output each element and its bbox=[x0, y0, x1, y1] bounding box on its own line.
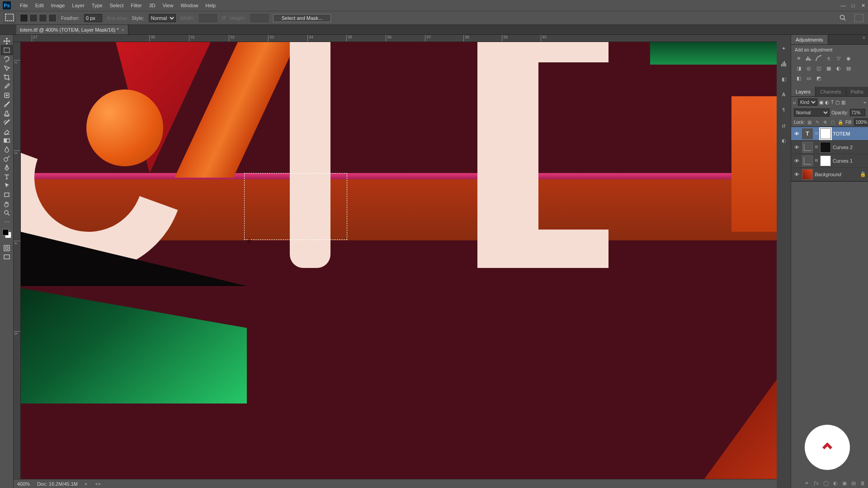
adj-selective-color-icon[interactable]: ◩ bbox=[815, 74, 823, 82]
mode-intersect-selection[interactable] bbox=[48, 14, 57, 22]
visibility-toggle[interactable]: 👁 bbox=[793, 158, 800, 164]
tab-layers[interactable]: Layers bbox=[791, 87, 816, 96]
adj-exposure-icon[interactable]: ± bbox=[825, 54, 833, 62]
document-tab[interactable]: totem.tif @ 400% (TOTEM, Layer Mask/16) … bbox=[16, 25, 128, 34]
visibility-toggle[interactable]: 👁 bbox=[793, 172, 800, 177]
blur-tool[interactable] bbox=[1, 145, 12, 154]
foreground-background-swatch[interactable] bbox=[2, 229, 11, 238]
new-adjustment-icon[interactable]: ◐ bbox=[833, 480, 838, 486]
image-thumb[interactable] bbox=[802, 169, 813, 180]
lasso-tool[interactable] bbox=[1, 55, 12, 64]
filter-kind-select[interactable]: Kind bbox=[798, 99, 817, 106]
gradient-tool[interactable] bbox=[1, 136, 12, 145]
select-and-mask-button[interactable]: Select and Mask... bbox=[273, 14, 331, 22]
adj-channel-mixer-icon[interactable]: ◫ bbox=[815, 64, 823, 72]
adj-brightness-icon[interactable]: ☀ bbox=[795, 54, 803, 62]
curves-thumb[interactable] bbox=[802, 155, 813, 166]
layer-name[interactable]: Background bbox=[815, 172, 841, 177]
crop-tool[interactable] bbox=[1, 73, 12, 82]
lock-position-icon[interactable]: ✥ bbox=[822, 119, 828, 125]
tool-indicator-marquee[interactable] bbox=[4, 13, 15, 23]
menu-filter[interactable]: Filter bbox=[127, 0, 145, 11]
mode-add-selection[interactable] bbox=[29, 14, 38, 22]
search-icon[interactable] bbox=[839, 14, 846, 22]
visibility-toggle[interactable]: 👁 bbox=[793, 145, 800, 150]
minimize-button[interactable]: — bbox=[838, 0, 848, 10]
shape-tool[interactable] bbox=[1, 190, 12, 199]
stamp-tool[interactable] bbox=[1, 109, 12, 118]
filter-toggle[interactable]: ⌁ bbox=[863, 100, 866, 105]
layer-row-totem[interactable]: 👁 T ⛓ TOTEM bbox=[791, 127, 868, 141]
layer-row-background[interactable]: 👁 Background 🔒 bbox=[791, 168, 868, 181]
libraries-panel-icon[interactable]: ◐ bbox=[779, 136, 788, 145]
menu-type[interactable]: Type bbox=[88, 0, 106, 11]
adj-vibrance-icon[interactable]: ▽ bbox=[835, 54, 843, 62]
menu-image[interactable]: Image bbox=[47, 0, 69, 11]
filter-shape-icon[interactable]: ▢ bbox=[835, 100, 840, 105]
menu-edit[interactable]: Edit bbox=[32, 0, 47, 11]
brush-tool[interactable] bbox=[1, 100, 12, 109]
style-select[interactable]: Normal bbox=[149, 14, 176, 22]
layer-name[interactable]: Curves 1 bbox=[833, 158, 853, 164]
screen-mode-icon[interactable] bbox=[854, 14, 863, 22]
menu-file[interactable]: File bbox=[16, 0, 32, 11]
layer-mask-thumb[interactable] bbox=[820, 142, 831, 153]
foreground-color-swatch[interactable] bbox=[2, 229, 9, 235]
layer-name[interactable]: TOTEM bbox=[833, 131, 850, 136]
lock-all-icon[interactable]: 🔒 bbox=[837, 119, 844, 125]
feather-input[interactable] bbox=[84, 14, 102, 22]
mode-subtract-selection[interactable] bbox=[39, 14, 47, 22]
adj-curves-icon[interactable] bbox=[815, 54, 823, 62]
quickmask-icon[interactable] bbox=[1, 244, 12, 253]
adj-color-lookup-icon[interactable]: ▦ bbox=[825, 64, 833, 72]
curves-thumb[interactable] bbox=[802, 142, 813, 153]
menu-select[interactable]: Select bbox=[106, 0, 127, 11]
ruler-vertical[interactable]: 2 3 4 5 bbox=[14, 42, 21, 479]
eraser-tool[interactable] bbox=[1, 127, 12, 136]
move-tool[interactable] bbox=[1, 37, 12, 46]
adj-bw-icon[interactable]: ◨ bbox=[795, 64, 803, 72]
dodge-tool[interactable] bbox=[1, 154, 12, 163]
new-group-icon[interactable]: ▣ bbox=[842, 480, 847, 486]
link-icon[interactable]: ⛓ bbox=[815, 131, 818, 136]
history-panel-icon[interactable]: ✦ bbox=[779, 44, 788, 53]
paragraph-panel-icon[interactable]: ¶ bbox=[779, 105, 788, 114]
fill-input[interactable] bbox=[854, 118, 868, 126]
menu-3d[interactable]: 3D bbox=[146, 0, 159, 11]
visibility-toggle[interactable]: 👁 bbox=[793, 131, 800, 136]
pen-tool[interactable] bbox=[1, 163, 12, 172]
zoom-tool[interactable] bbox=[1, 208, 12, 217]
adj-invert-icon[interactable]: ◐ bbox=[835, 64, 843, 72]
link-icon[interactable]: ⛓ bbox=[815, 145, 818, 149]
screen-mode-tool-icon[interactable] bbox=[1, 253, 12, 262]
character-panel-icon[interactable]: A bbox=[779, 90, 788, 99]
tab-channels[interactable]: Channels bbox=[816, 87, 846, 96]
layer-row-curves2[interactable]: 👁 ⛓ Curves 2 bbox=[791, 141, 868, 154]
quick-select-tool[interactable] bbox=[1, 64, 12, 73]
lock-artboard-icon[interactable]: ▢ bbox=[830, 119, 836, 125]
edit-toolbar-icon[interactable]: ⋯ bbox=[1, 217, 12, 226]
selection-marquee[interactable] bbox=[244, 173, 347, 240]
filter-pixel-icon[interactable]: ▣ bbox=[819, 100, 823, 105]
layer-mask-thumb[interactable] bbox=[820, 128, 831, 139]
filter-type-icon[interactable]: T bbox=[831, 100, 834, 105]
menu-view[interactable]: View bbox=[159, 0, 177, 11]
lock-paint-icon[interactable]: ✎ bbox=[814, 119, 821, 125]
filter-adjust-icon[interactable]: ◐ bbox=[825, 100, 829, 105]
adj-threshold-icon[interactable]: ◧ bbox=[795, 74, 803, 82]
mode-new-selection[interactable] bbox=[20, 14, 28, 22]
menu-window[interactable]: Window bbox=[177, 0, 202, 11]
properties-panel-icon[interactable]: ◧ bbox=[779, 75, 788, 84]
path-select-tool[interactable] bbox=[1, 181, 12, 190]
blend-mode-select[interactable]: Normal bbox=[794, 108, 830, 117]
marquee-tool[interactable] bbox=[1, 46, 12, 55]
close-button[interactable]: ✕ bbox=[858, 0, 868, 10]
scroll-arrows[interactable]: ◂▸ bbox=[95, 481, 101, 487]
adj-posterize-icon[interactable]: ▤ bbox=[844, 64, 853, 72]
type-tool[interactable] bbox=[1, 172, 12, 181]
new-layer-icon[interactable]: ▤ bbox=[851, 480, 856, 486]
heal-tool[interactable] bbox=[1, 91, 12, 100]
opacity-input[interactable] bbox=[850, 109, 865, 116]
menu-layer[interactable]: Layer bbox=[68, 0, 88, 11]
type-layer-thumb[interactable]: T bbox=[802, 128, 813, 139]
